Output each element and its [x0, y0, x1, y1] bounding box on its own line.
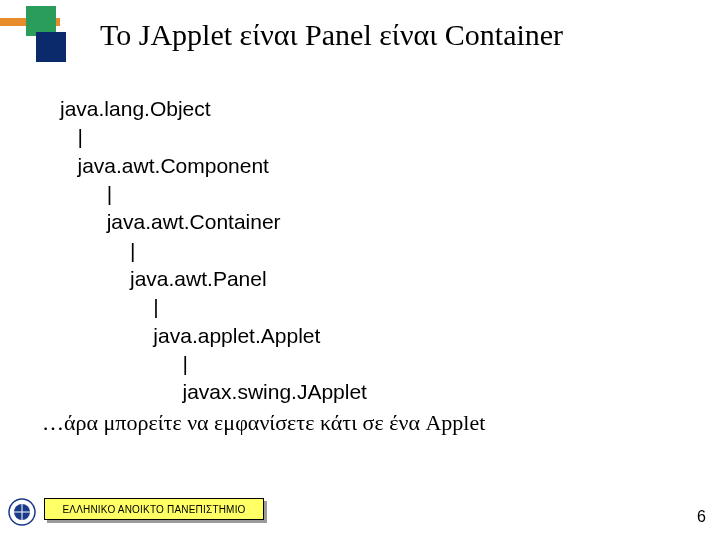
badge-label: ΕΛΛΗΝΙΚΟ ΑΝΟΙΚΤΟ ΠΑΝΕΠΙΣΤΗΜΙΟ	[62, 504, 245, 515]
hierarchy-pipe: |	[60, 125, 83, 148]
footnote-text: …άρα μπορείτε να εμφανίσετε κάτι σε ένα …	[42, 410, 485, 436]
hierarchy-line: javax.swing.JApplet	[60, 380, 367, 403]
hierarchy-line: java.applet.Applet	[60, 324, 320, 347]
badge-face: ΕΛΛΗΝΙΚΟ ΑΝΟΙΚΤΟ ΠΑΝΕΠΙΣΤΗΜΙΟ	[44, 498, 264, 520]
institution-logo-icon	[8, 498, 36, 526]
hierarchy-line: java.awt.Panel	[60, 267, 267, 290]
hierarchy-pipe: |	[60, 352, 188, 375]
hierarchy-pipe: |	[60, 239, 135, 262]
hierarchy-line: java.awt.Container	[60, 210, 281, 233]
hierarchy-line: java.lang.Object	[60, 97, 211, 120]
deco-blue-square	[36, 32, 66, 62]
hierarchy-line: java.awt.Component	[60, 154, 269, 177]
hierarchy-pipe: |	[60, 182, 112, 205]
class-hierarchy: java.lang.Object | java.awt.Component | …	[60, 95, 367, 407]
slide-title: Το JApplet είναι Panel είναι Container	[100, 18, 563, 52]
institution-badge: ΕΛΛΗΝΙΚΟ ΑΝΟΙΚΤΟ ΠΑΝΕΠΙΣΤΗΜΙΟ	[44, 498, 264, 522]
page-number: 6	[697, 508, 706, 526]
hierarchy-pipe: |	[60, 295, 159, 318]
